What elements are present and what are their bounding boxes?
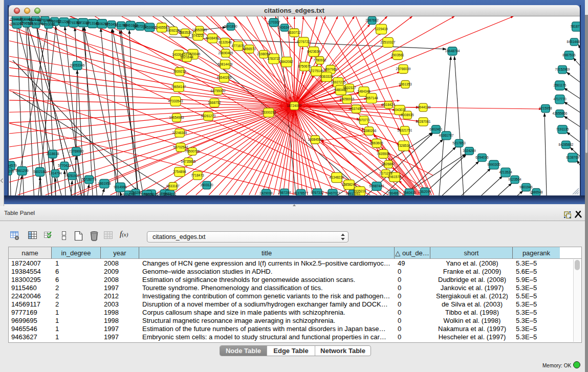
svg-text:2198058: 2198058 [257, 52, 270, 56]
svg-text:18724007: 18724007 [287, 104, 302, 107]
svg-text:8987516: 8987516 [562, 53, 576, 57]
svg-text:41348220: 41348220 [330, 176, 344, 179]
svg-text:2561176: 2561176 [554, 83, 567, 87]
svg-text:7818732: 7818732 [570, 25, 580, 28]
svg-text:5691890: 5691890 [224, 25, 237, 28]
svg-text:91378577: 91378577 [294, 191, 309, 195]
svg-text:79654147: 79654147 [171, 85, 186, 89]
svg-text:7191135: 7191135 [556, 127, 569, 131]
svg-text:8663605: 8663605 [370, 141, 383, 145]
svg-text:2754894: 2754894 [173, 170, 186, 173]
svg-text:8138769: 8138769 [566, 156, 579, 159]
svg-text:70152969: 70152969 [555, 68, 570, 71]
svg-text:5456573: 5456573 [243, 47, 256, 51]
svg-text:19553585: 19553585 [192, 28, 207, 32]
svg-text:7718473: 7718473 [191, 173, 204, 177]
svg-text:2987287: 2987287 [278, 191, 291, 194]
svg-text:9767312: 9767312 [311, 191, 324, 194]
svg-text:1861958: 1861958 [98, 182, 111, 185]
svg-text:2686548: 2686548 [530, 190, 543, 194]
svg-text:2171218: 2171218 [379, 171, 393, 175]
svg-text:9961299: 9961299 [15, 169, 29, 172]
svg-text:9526867: 9526867 [382, 162, 395, 166]
svg-text:54735895: 54735895 [181, 160, 196, 163]
svg-text:50987442: 50987442 [369, 184, 384, 188]
svg-text:7970771: 7970771 [357, 118, 371, 122]
svg-text:19654983: 19654983 [169, 116, 184, 119]
svg-text:2087682: 2087682 [365, 18, 379, 22]
svg-text:5217853: 5217853 [452, 141, 466, 145]
svg-text:2664863: 2664863 [387, 191, 401, 195]
svg-text:5770422: 5770422 [58, 164, 71, 167]
svg-text:73380266: 73380266 [362, 129, 377, 133]
svg-text:5743227: 5743227 [191, 34, 205, 37]
svg-text:1668752: 1668752 [208, 101, 221, 104]
svg-text:55728776: 55728776 [82, 178, 97, 181]
svg-text:3657144: 3657144 [365, 96, 378, 100]
svg-text:9518424: 9518424 [382, 103, 395, 106]
svg-text:2429098: 2429098 [259, 191, 273, 195]
svg-text:9293086: 9293086 [42, 23, 55, 26]
svg-text:53261270: 53261270 [201, 114, 216, 118]
svg-text:22510327: 22510327 [381, 40, 396, 44]
svg-text:3503120: 3503120 [200, 183, 213, 187]
svg-text:9014965: 9014965 [114, 185, 127, 189]
svg-text:56321751: 56321751 [398, 128, 412, 132]
svg-text:2436347: 2436347 [278, 26, 291, 29]
svg-text:9537455: 9537455 [350, 107, 363, 111]
svg-text:8132648: 8132648 [219, 40, 232, 44]
svg-text:6423634: 6423634 [307, 50, 320, 53]
svg-text:6008935: 6008935 [401, 113, 414, 117]
svg-text:3783722: 3783722 [267, 57, 280, 60]
svg-text:7328534: 7328534 [397, 144, 410, 147]
svg-text:25766039: 25766039 [396, 67, 411, 71]
svg-text:8750676: 8750676 [298, 64, 311, 68]
svg-text:1043037: 1043037 [393, 108, 406, 112]
svg-text:8935224: 8935224 [353, 189, 366, 193]
svg-text:5521644: 5521644 [180, 55, 193, 59]
svg-text:8630712: 8630712 [288, 31, 301, 34]
svg-text:84514489: 84514489 [567, 40, 580, 43]
svg-text:5842082: 5842082 [280, 60, 293, 63]
svg-text:5602180: 5602180 [33, 170, 47, 173]
svg-text:17275149: 17275149 [309, 69, 324, 73]
svg-text:26690465: 26690465 [219, 51, 233, 55]
svg-text:9801946: 9801946 [519, 185, 533, 189]
svg-text:9123504: 9123504 [508, 178, 521, 181]
svg-text:6071208: 6071208 [9, 169, 14, 173]
svg-text:9363326: 9363326 [320, 75, 333, 78]
svg-text:3024269: 3024269 [463, 149, 476, 152]
svg-text:16648784: 16648784 [445, 49, 460, 53]
svg-text:55150390: 55150390 [29, 22, 43, 26]
svg-text:46361787: 46361787 [439, 134, 454, 137]
svg-text:4717770: 4717770 [553, 97, 567, 101]
svg-text:23769080: 23769080 [69, 149, 84, 153]
svg-text:5438490: 5438490 [206, 36, 219, 40]
svg-text:22246348: 22246348 [172, 131, 187, 135]
svg-text:6902401: 6902401 [429, 127, 443, 131]
svg-text:5832327: 5832327 [343, 86, 356, 90]
svg-text:82287061: 82287061 [416, 120, 431, 123]
svg-text:70467027: 70467027 [325, 191, 340, 195]
svg-text:1229419: 1229419 [375, 27, 388, 31]
svg-text:1170307: 1170307 [268, 20, 280, 24]
svg-text:4883526: 4883526 [179, 31, 192, 34]
svg-text:47333543: 47333543 [168, 99, 183, 103]
svg-text:3215958: 3215958 [539, 106, 552, 110]
svg-text:25300293: 25300293 [262, 111, 276, 114]
svg-text:84285882: 84285882 [559, 143, 574, 146]
svg-text:15858241: 15858241 [342, 183, 357, 186]
svg-text:7961578: 7961578 [388, 175, 401, 179]
svg-text:6294016: 6294016 [475, 156, 489, 159]
svg-text:56702542: 56702542 [173, 145, 188, 149]
svg-text:20053346: 20053346 [70, 63, 85, 67]
svg-text:9361353: 9361353 [399, 82, 412, 86]
svg-text:4213524: 4213524 [499, 170, 512, 174]
svg-text:2362099: 2362099 [418, 190, 431, 193]
svg-text:7435505: 7435505 [377, 152, 390, 156]
svg-text:19384554: 19384554 [308, 138, 323, 141]
svg-text:3939212: 3939212 [173, 70, 186, 73]
svg-text:1484348: 1484348 [357, 90, 371, 93]
svg-text:7780932: 7780932 [313, 58, 326, 62]
svg-text:3118618: 3118618 [47, 152, 59, 156]
